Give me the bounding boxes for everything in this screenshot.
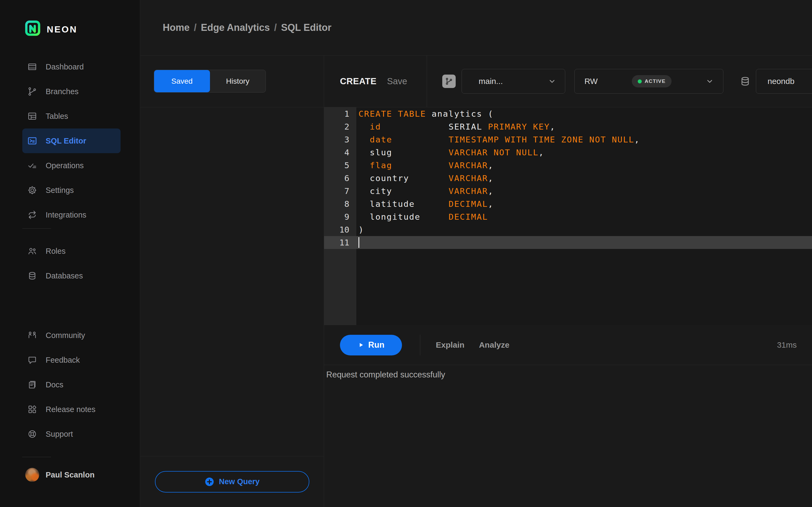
tab-saved[interactable]: Saved	[154, 70, 210, 92]
sidebar-item-roles[interactable]: Roles	[22, 239, 120, 264]
play-icon	[357, 341, 364, 348]
code-text: longitude DECIMAL	[356, 212, 488, 222]
code-lines: 1CREATE TABLE analytics (2 id SERIAL PRI…	[324, 107, 812, 249]
line-number: 3	[324, 135, 356, 144]
sidebar-item-release-notes[interactable]: Release notes	[22, 397, 120, 422]
sidebar-nav-primary: DashboardBranchesTablesSQL EditorOperati…	[0, 54, 140, 227]
compute-select[interactable]: RW ACTIVE	[574, 69, 723, 94]
integrations-icon	[27, 210, 38, 220]
query-name: CREATE	[340, 76, 376, 87]
line-number: 5	[324, 160, 356, 170]
sidebar-item-label: Settings	[46, 186, 74, 195]
database-select-value: neondb	[767, 77, 794, 86]
sidebar-item-branches[interactable]: Branches	[22, 79, 120, 104]
run-label: Run	[368, 340, 384, 350]
status-dot-icon	[638, 79, 642, 83]
user-menu[interactable]: Paul Scanlon	[25, 468, 95, 482]
code-text: id SERIAL PRIMARY KEY,	[356, 122, 556, 131]
databases-icon	[27, 270, 38, 281]
line-number: 8	[324, 199, 356, 209]
code-line-3[interactable]: 3 date TIMESTAMP WITH TIME ZONE NOT NULL…	[324, 133, 812, 146]
sidebar-item-label: Dashboard	[46, 62, 84, 71]
analyze-button[interactable]: Analyze	[479, 340, 509, 349]
sidebar-item-integrations[interactable]: Integrations	[22, 203, 120, 227]
sidebar-item-label: Community	[46, 331, 85, 340]
code-text: flag VARCHAR,	[356, 160, 494, 170]
community-icon	[27, 330, 38, 341]
compute-status-label: ACTIVE	[645, 78, 666, 84]
code-line-9[interactable]: 9 longitude DECIMAL	[324, 210, 812, 223]
main-area: Home / Edge Analytics / SQL Editor Saved…	[141, 0, 812, 507]
brand-logo[interactable]: NEON	[25, 20, 77, 38]
sidebar-divider	[22, 457, 51, 457]
breadcrumb-project[interactable]: Edge Analytics	[201, 22, 270, 33]
code-line-6[interactable]: 6 country VARCHAR,	[324, 172, 812, 184]
plus-circle-icon	[205, 477, 214, 487]
editor-toolbar: CREATE Save main... RW	[324, 56, 812, 107]
run-bar: Run Explain Analyze 31ms	[324, 325, 812, 365]
code-text: date TIMESTAMP WITH TIME ZONE NOT NULL,	[356, 135, 640, 144]
breadcrumb-separator: /	[274, 22, 277, 33]
run-button[interactable]: Run	[340, 335, 402, 355]
new-query-label: New Query	[219, 477, 260, 486]
line-number: 1	[324, 109, 356, 119]
code-line-1[interactable]: 1CREATE TABLE analytics (	[324, 107, 812, 120]
sidebar-divider	[22, 228, 51, 229]
save-button[interactable]: Save	[387, 76, 407, 87]
code-line-11[interactable]: 11	[324, 236, 812, 249]
roles-icon	[27, 246, 38, 257]
sidebar-item-dashboard[interactable]: Dashboard	[22, 54, 120, 79]
code-text: country VARCHAR,	[356, 173, 494, 183]
sidebar-nav-resources: CommunityFeedbackDocsRelease notesSuppor…	[0, 323, 140, 446]
tab-history[interactable]: History	[210, 70, 266, 92]
feedback-icon	[27, 355, 38, 365]
line-number: 11	[324, 238, 356, 247]
code-text: CREATE TABLE analytics (	[356, 109, 494, 119]
branch-icon-button[interactable]	[442, 74, 456, 88]
sidebar-item-community[interactable]: Community	[22, 323, 120, 348]
sidebar: NEON DashboardBranchesTablesSQL EditorOp…	[0, 0, 140, 507]
sidebar-item-settings[interactable]: Settings	[22, 178, 120, 203]
compute-status-badge: ACTIVE	[632, 75, 671, 88]
dashboard-icon	[27, 61, 38, 72]
code-line-7[interactable]: 7 city VARCHAR,	[324, 184, 812, 198]
code-text: latitude DECIMAL,	[356, 199, 494, 209]
breadcrumb-home[interactable]: Home	[163, 22, 190, 33]
breadcrumb-separator: /	[194, 22, 197, 33]
code-line-8[interactable]: 8 latitude DECIMAL,	[324, 198, 812, 210]
queries-footer: New Query	[141, 456, 324, 507]
line-number: 10	[324, 225, 356, 234]
support-icon	[27, 429, 38, 439]
sidebar-item-docs[interactable]: Docs	[22, 372, 120, 397]
sidebar-item-label: Integrations	[46, 211, 87, 219]
breadcrumb: Home / Edge Analytics / SQL Editor	[163, 22, 332, 33]
code-line-4[interactable]: 4 slug VARCHAR NOT NULL,	[324, 146, 812, 159]
sidebar-item-databases[interactable]: Databases	[22, 264, 120, 288]
branch-select[interactable]: main...	[462, 69, 565, 94]
sidebar-item-operations[interactable]: Operations	[22, 153, 120, 178]
sidebar-nav-database: RolesDatabases	[0, 239, 140, 288]
line-number: 6	[324, 173, 356, 183]
operations-icon	[27, 160, 38, 171]
breadcrumb-current: SQL Editor	[281, 22, 332, 33]
new-query-button[interactable]: New Query	[155, 471, 309, 493]
database-select[interactable]: neondb	[756, 69, 812, 94]
sidebar-item-support[interactable]: Support	[22, 422, 120, 446]
line-number: 4	[324, 148, 356, 157]
code-editor[interactable]: 1CREATE TABLE analytics (2 id SERIAL PRI…	[324, 107, 812, 325]
sidebar-item-label: Release notes	[46, 405, 95, 414]
sidebar-item-tables[interactable]: Tables	[22, 104, 120, 128]
code-line-5[interactable]: 5 flag VARCHAR,	[324, 159, 812, 172]
sidebar-item-feedback[interactable]: Feedback	[22, 348, 120, 372]
code-line-2[interactable]: 2 id SERIAL PRIMARY KEY,	[324, 120, 812, 133]
settings-icon	[27, 185, 38, 195]
brand-wordmark: NEON	[47, 24, 77, 35]
explain-button[interactable]: Explain	[436, 340, 464, 349]
queries-panel: Saved History New Query	[141, 56, 324, 507]
sidebar-item-sql-editor[interactable]: SQL Editor	[22, 128, 120, 153]
code-line-10[interactable]: 10)	[324, 223, 812, 236]
neon-console: NEON DashboardBranchesTablesSQL EditorOp…	[0, 0, 812, 507]
line-number: 7	[324, 186, 356, 196]
line-number: 9	[324, 212, 356, 222]
docs-icon	[27, 379, 38, 390]
